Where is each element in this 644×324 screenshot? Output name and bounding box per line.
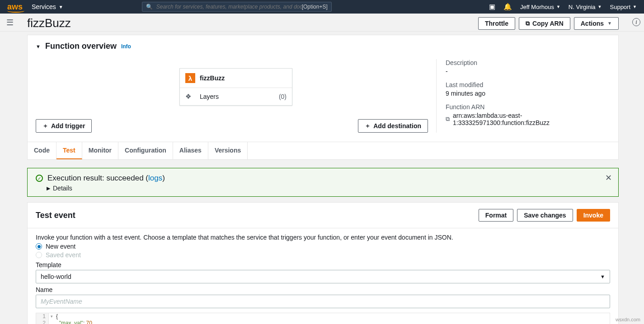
meta-last-modified: Last modified 9 minutes ago (446, 81, 610, 97)
alert-title: Execution result: succeeded (logs) (47, 174, 165, 183)
caret-down-icon: ▼ (598, 5, 602, 9)
overview-header: ▼ Function overview Info (28, 35, 618, 55)
user-name: Jeff Morhous (520, 4, 554, 10)
overview-title: Function overview (45, 42, 117, 51)
caret-down-icon: ▼ (633, 5, 637, 9)
function-box[interactable]: λ fizzBuzz ❖ Layers (0) (179, 68, 292, 106)
template-label: Template (36, 261, 610, 268)
details-label: Details (53, 185, 72, 192)
last-modified-label: Last modified (446, 81, 610, 88)
tab-test[interactable]: Test (56, 142, 82, 159)
actions-button[interactable]: Actions ▼ (574, 17, 619, 30)
description-value: - (446, 68, 610, 75)
meta-description: Description - (446, 59, 610, 75)
invoke-button[interactable]: Invoke (577, 209, 610, 222)
tab-aliases[interactable]: Aliases (173, 142, 208, 159)
arn-text: arn:aws:lambda:us-east-1:333325971300:fu… (453, 112, 610, 126)
plus-icon: ＋ (42, 122, 48, 130)
radio-icon (36, 243, 42, 250)
support-label: Support (610, 4, 631, 10)
search-shortcut: [Option+S] (302, 4, 328, 10)
support-menu[interactable]: Support ▼ (610, 4, 637, 10)
arn-label: Function ARN (446, 103, 610, 111)
account-menu[interactable]: Jeff Morhous ▼ (520, 4, 560, 10)
copy-arn-label: Copy ARN (532, 20, 564, 27)
save-changes-button[interactable]: Save changes (517, 209, 573, 222)
tab-code[interactable]: Code (28, 142, 56, 159)
caret-down-icon: ▼ (59, 5, 63, 9)
copy-icon: ⧉ (526, 20, 530, 27)
add-trigger-button[interactable]: ＋ Add trigger (36, 119, 92, 133)
layers-count: (0) (279, 93, 287, 100)
actions-label: Actions (581, 20, 604, 27)
notifications-icon[interactable]: 🔔 (503, 3, 512, 11)
copy-arn-button[interactable]: ⧉ Copy ARN (519, 17, 570, 30)
template-value: hello-world (41, 273, 71, 280)
close-icon[interactable]: ✕ (605, 173, 612, 183)
layers-icon: ❖ (185, 93, 195, 101)
help-text: Invoke your function with a test event. … (36, 234, 610, 241)
json-editor[interactable]: 1 ▾ { 2 "max_val": 70 3 } (36, 313, 610, 324)
search-input[interactable] (156, 4, 302, 10)
test-event-header: Test event Format Save changes Invoke (28, 203, 618, 228)
page-title: fizzBuzz (27, 16, 478, 30)
copy-icon[interactable]: ⧉ (446, 116, 450, 123)
logs-link[interactable]: logs (148, 174, 162, 182)
alert-head: ✓ Execution result: succeeded (logs) (36, 174, 610, 183)
watermark: wsxdn.com (616, 317, 640, 322)
info-icon[interactable]: i (632, 18, 640, 26)
fold-icon[interactable]: ▾ (49, 313, 54, 320)
format-button[interactable]: Format (479, 209, 513, 222)
meta-arn: Function ARN ⧉ arn:aws:lambda:us-east-1:… (446, 103, 610, 126)
overview-body: ＋ Add trigger λ fizzBuzz ❖ Layers (0) (28, 55, 618, 142)
layers-row[interactable]: ❖ Layers (0) (180, 88, 292, 105)
services-menu[interactable]: Services ▼ (32, 3, 63, 10)
add-destination-button[interactable]: ＋ Add destination (358, 119, 428, 133)
code-line: "max_val": 70 (54, 320, 610, 324)
caret-right-icon: ▶ (47, 185, 50, 191)
test-event-card: Test event Format Save changes Invoke In… (27, 202, 619, 324)
global-search[interactable]: 🔍 [Option+S] (142, 2, 332, 12)
radio-new-event[interactable]: New event (36, 243, 610, 250)
aws-logo[interactable]: aws (7, 2, 23, 12)
result-suffix: ) (162, 174, 165, 182)
function-overview-card: ▼ Function overview Info ＋ Add trigger λ… (27, 35, 619, 160)
caret-down-icon: ▼ (607, 21, 612, 26)
region-menu[interactable]: N. Virginia ▼ (569, 4, 602, 10)
info-link[interactable]: Info (121, 43, 131, 50)
function-name: fizzBuzz (200, 74, 225, 82)
tab-configuration[interactable]: Configuration (118, 142, 173, 159)
name-input[interactable] (36, 295, 610, 308)
editor-line-2: 2 "max_val": 70 (36, 320, 610, 324)
success-check-icon: ✓ (36, 175, 43, 182)
meta-area: Description - Last modified 9 minutes ag… (436, 59, 610, 133)
top-nav: aws Services ▼ 🔍 [Option+S] ▣ 🔔 Jeff Mor… (0, 0, 644, 14)
template-select[interactable]: hello-world ▼ (36, 270, 610, 283)
details-toggle[interactable]: ▶ Details (47, 185, 610, 192)
region-name: N. Virginia (569, 4, 596, 10)
caret-down-icon: ▼ (600, 274, 605, 279)
radio-saved-event: Saved event (36, 251, 610, 259)
tab-versions[interactable]: Versions (208, 142, 248, 159)
description-label: Description (446, 59, 610, 66)
function-box-head: λ fizzBuzz (180, 69, 292, 88)
tab-monitor[interactable]: Monitor (82, 142, 118, 159)
arn-value: ⧉ arn:aws:lambda:us-east-1:333325971300:… (446, 112, 610, 126)
hamburger-icon[interactable]: ☰ (6, 18, 14, 28)
search-icon: 🔍 (146, 4, 153, 10)
name-label: Name (36, 286, 610, 293)
layers-label: Layers (200, 93, 219, 100)
line-number: 2 (36, 320, 49, 324)
collapse-toggle-icon[interactable]: ▼ (36, 44, 41, 49)
execution-result-alert: ✕ ✓ Execution result: succeeded (logs) ▶… (27, 168, 619, 197)
tabs: Code Test Monitor Configuration Aliases … (28, 142, 618, 159)
line-number: 1 (36, 313, 49, 320)
result-prefix: Execution result: succeeded ( (47, 174, 148, 182)
throttle-button[interactable]: Throttle (478, 17, 515, 30)
test-event-title: Test event (36, 211, 479, 220)
cloudshell-icon[interactable]: ▣ (489, 3, 495, 11)
new-event-label: New event (46, 243, 75, 250)
services-label: Services (32, 3, 56, 10)
main-content: i fizzBuzz Throttle ⧉ Copy ARN Actions ▼… (15, 16, 630, 324)
radio-icon (36, 252, 42, 258)
